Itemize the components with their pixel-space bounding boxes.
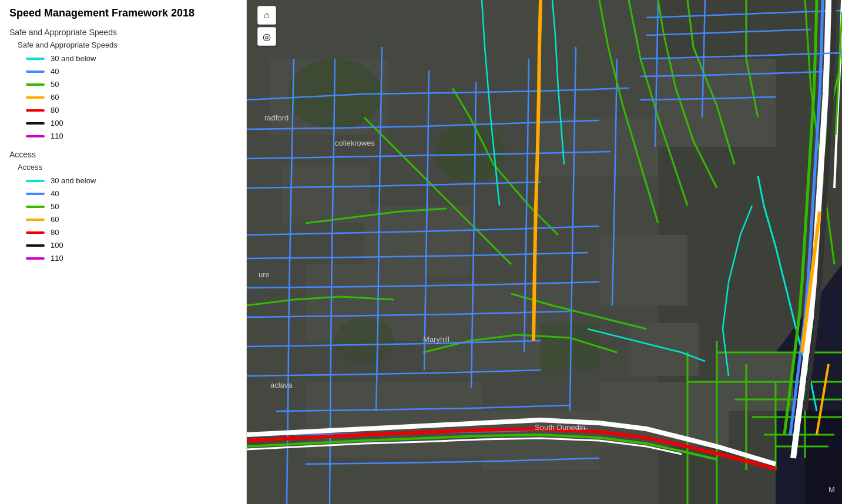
color-swatch-cyan-2	[26, 180, 45, 182]
legend-item-label: 40	[51, 189, 59, 198]
home-button[interactable]: ⌂	[257, 6, 276, 25]
legend-item-label: 100	[51, 241, 63, 250]
legend-item-label: 50	[51, 202, 59, 211]
list-item: 40	[26, 67, 237, 76]
map-area[interactable]: ⌂ ◎	[247, 0, 842, 504]
color-swatch-black-2	[26, 244, 45, 247]
legend-item-label: 60	[51, 215, 59, 224]
legend-item-label: 40	[51, 67, 59, 76]
svg-text:aclava: aclava	[270, 381, 293, 389]
list-item: 100	[26, 241, 237, 250]
list-item: 110	[26, 254, 237, 263]
list-item: 30 and below	[26, 176, 237, 185]
svg-text:South Dunedin: South Dunedin	[535, 423, 585, 432]
section2-label: Access	[9, 150, 237, 159]
svg-text:Maryhill: Maryhill	[423, 335, 449, 344]
list-item: 110	[26, 132, 237, 140]
legend-item-label: 30 and below	[51, 54, 96, 63]
svg-rect-5	[805, 411, 842, 504]
color-swatch-orange	[26, 96, 45, 99]
color-swatch-blue-2	[26, 193, 45, 195]
list-item: 50	[26, 202, 237, 211]
legend-item-label: 80	[51, 106, 59, 115]
section1-label: Safe and Appropriate Speeds	[9, 28, 237, 37]
legend-panel: Speed Management Framework 2018 Safe and…	[0, 0, 247, 504]
legend-item-label: 30 and below	[51, 176, 96, 185]
section2-sublabel: Access	[18, 163, 237, 172]
section2-items: 30 and below 40 50 60 80 100 110	[26, 176, 237, 263]
compass-button[interactable]: ◎	[257, 27, 276, 46]
legend-item-label: 100	[51, 119, 63, 127]
map-svg: radford collekrowes ure Maryhill aclava …	[247, 0, 842, 504]
svg-rect-14	[629, 323, 699, 376]
list-item: 60	[26, 93, 237, 102]
color-swatch-cyan	[26, 58, 45, 60]
legend-item-label: 50	[51, 80, 59, 89]
legend-item-label: 60	[51, 93, 59, 102]
svg-point-21	[335, 317, 394, 364]
color-swatch-blue	[26, 70, 45, 73]
svg-rect-18	[599, 382, 729, 446]
legend-item-label: 110	[51, 254, 63, 263]
svg-text:ure: ure	[259, 270, 270, 279]
list-item: 40	[26, 189, 237, 198]
color-swatch-purple	[26, 135, 45, 137]
svg-text:M: M	[828, 485, 835, 494]
list-item: 30 and below	[26, 54, 237, 63]
list-item: 100	[26, 119, 237, 127]
list-item: 80	[26, 228, 237, 237]
panel-title: Speed Management Framework 2018	[9, 7, 237, 19]
svg-rect-16	[306, 382, 482, 458]
color-swatch-orange-2	[26, 219, 45, 221]
color-swatch-purple-2	[26, 257, 45, 260]
legend-item-label: 80	[51, 228, 59, 237]
svg-rect-7	[282, 164, 370, 223]
svg-text:radford: radford	[264, 113, 289, 122]
section1-items: 30 and below 40 50 60 80 100 110	[26, 54, 237, 140]
list-item: 60	[26, 215, 237, 224]
color-swatch-red-2	[26, 231, 45, 234]
color-swatch-black	[26, 122, 45, 125]
color-swatch-green	[26, 83, 45, 86]
list-item: 50	[26, 80, 237, 89]
svg-rect-10	[658, 59, 776, 147]
color-swatch-red	[26, 109, 45, 112]
color-swatch-green-2	[26, 206, 45, 208]
legend-item-label: 110	[51, 132, 63, 140]
map-controls: ⌂ ◎	[257, 6, 276, 46]
list-item: 80	[26, 106, 237, 115]
section1-sublabel: Safe and Appropriate Speeds	[18, 41, 237, 49]
svg-text:collekrowes: collekrowes	[335, 139, 375, 147]
